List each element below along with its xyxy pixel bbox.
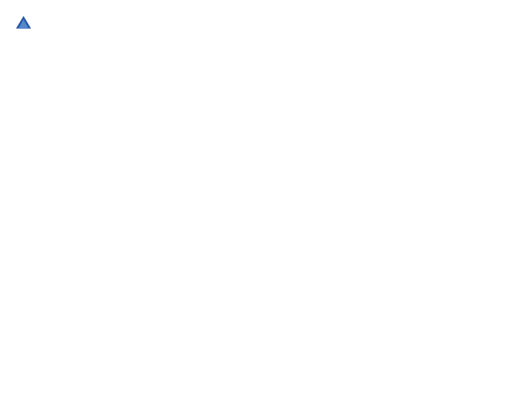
logo bbox=[13, 13, 35, 34]
logo-icon bbox=[13, 13, 34, 34]
page-header bbox=[13, 13, 519, 34]
